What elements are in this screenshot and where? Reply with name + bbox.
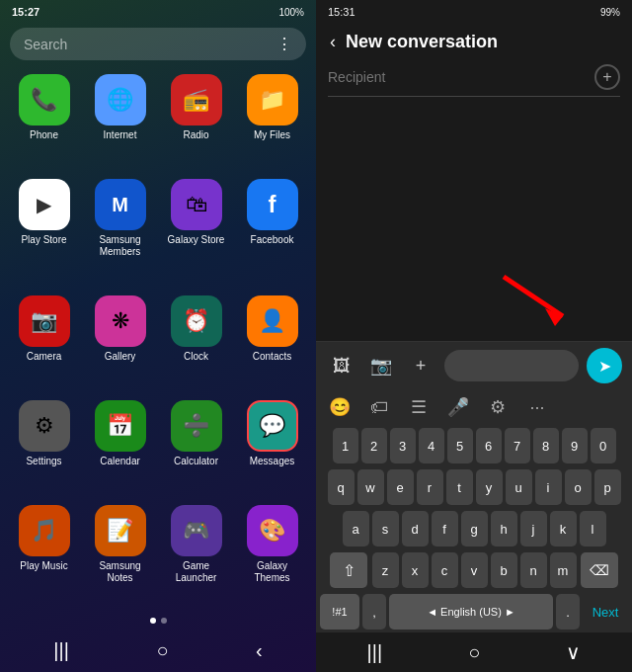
attach-image-button[interactable]: 🖼	[326, 350, 357, 381]
key-k[interactable]: k	[550, 511, 577, 546]
app-label-gallery: Gallery	[105, 351, 136, 363]
key-m[interactable]: m	[550, 552, 577, 588]
app-label-contacts: Contacts	[253, 351, 291, 363]
app-item-internet[interactable]: 🌐Internet	[84, 68, 156, 169]
key-r[interactable]: r	[417, 469, 443, 505]
more-options-button[interactable]: ···	[523, 393, 551, 421]
key-a[interactable]: a	[343, 511, 369, 546]
back-button[interactable]: ‹	[330, 32, 336, 52]
right-nav-home[interactable]: ○	[468, 641, 480, 664]
app-label-play-music: Play Music	[20, 560, 67, 572]
key-v[interactable]: v	[461, 552, 488, 588]
app-item-gallery[interactable]: ❋Gallery	[84, 290, 156, 390]
key-p[interactable]: p	[594, 469, 621, 505]
key-2[interactable]: 2	[361, 428, 387, 463]
right-panel: 15:31 99% ‹ New conversation + 🖼 📷 + ➤ 😊…	[316, 0, 632, 672]
key-j[interactable]: j	[520, 511, 547, 546]
key-d[interactable]: d	[402, 511, 429, 546]
zxcv-row: ⇧ zxcvbnm ⌫	[316, 549, 632, 591]
key-t[interactable]: t	[446, 469, 473, 505]
app-item-myfiles[interactable]: 📁My Files	[236, 68, 308, 169]
key-x[interactable]: x	[402, 552, 429, 588]
key-9[interactable]: 9	[562, 428, 588, 463]
key-z[interactable]: z	[372, 552, 399, 588]
nav-home[interactable]: ○	[156, 639, 168, 662]
key-h[interactable]: h	[491, 511, 517, 546]
key-b[interactable]: b	[491, 552, 517, 588]
key-q[interactable]: q	[328, 469, 355, 505]
key-3[interactable]: 3	[390, 428, 416, 463]
search-bar[interactable]: Search ⋮	[10, 28, 306, 60]
app-item-samsung-members[interactable]: MSamsung Members	[84, 173, 156, 286]
app-item-contacts[interactable]: 👤Contacts	[236, 290, 308, 390]
key-w[interactable]: w	[357, 469, 384, 505]
app-item-calculator[interactable]: ➗Calculator	[160, 394, 232, 495]
sym-key[interactable]: !#1	[320, 594, 359, 630]
app-item-messages[interactable]: 💬Messages	[236, 394, 308, 495]
app-item-galaxy-store[interactable]: 🛍Galaxy Store	[160, 173, 232, 286]
nav-back[interactable]: ‹	[256, 639, 263, 662]
right-nav-back[interactable]: ∨	[566, 640, 581, 664]
key-n[interactable]: n	[520, 552, 547, 588]
app-item-galaxy-themes[interactable]: 🎨Galaxy Themes	[236, 499, 308, 612]
app-item-settings[interactable]: ⚙Settings	[8, 394, 80, 495]
nav-recent-apps[interactable]: |||	[53, 639, 69, 662]
app-item-clock[interactable]: ⏰Clock	[160, 290, 232, 390]
key-f[interactable]: f	[432, 511, 458, 546]
key-s[interactable]: s	[372, 511, 399, 546]
list-button[interactable]: ☰	[405, 393, 433, 421]
key-c[interactable]: c	[432, 552, 458, 588]
app-item-camera[interactable]: 📷Camera	[8, 290, 80, 390]
app-item-playstore[interactable]: ▶Play Store	[8, 173, 80, 286]
key-4[interactable]: 4	[419, 428, 444, 463]
right-nav-recent[interactable]: |||	[367, 641, 383, 664]
key-5[interactable]: 5	[447, 428, 473, 463]
add-more-button[interactable]: +	[405, 350, 436, 381]
shift-key[interactable]: ⇧	[330, 552, 367, 588]
key-0[interactable]: 0	[591, 428, 616, 463]
app-label-playstore: Play Store	[21, 234, 66, 246]
app-icon-clock: ⏰	[171, 295, 222, 347]
camera-button[interactable]: 📷	[365, 350, 397, 381]
key-i[interactable]: i	[535, 469, 562, 505]
add-recipient-button[interactable]: +	[594, 64, 620, 90]
app-item-phone[interactable]: 📞Phone	[8, 68, 80, 169]
period-key[interactable]: .	[556, 594, 580, 630]
key-u[interactable]: u	[506, 469, 532, 505]
emoji-button[interactable]: 😊	[326, 393, 354, 421]
key-o[interactable]: o	[565, 469, 592, 505]
sticker-button[interactable]: 🏷	[365, 393, 393, 421]
key-l[interactable]: l	[580, 511, 606, 546]
app-item-radio[interactable]: 📻Radio	[160, 68, 232, 169]
search-menu-icon[interactable]: ⋮	[276, 35, 292, 53]
send-button[interactable]: ➤	[587, 348, 622, 383]
key-8[interactable]: 8	[533, 428, 559, 463]
space-key[interactable]: ◄ English (US) ►	[389, 594, 553, 630]
recipient-input[interactable]	[328, 65, 594, 89]
next-key[interactable]: Next	[583, 594, 628, 630]
app-item-calendar[interactable]: 📅Calendar	[84, 394, 156, 495]
app-icon-galaxy-themes: 🎨	[247, 505, 298, 556]
app-icon-settings: ⚙	[19, 400, 70, 452]
app-item-samsung-notes[interactable]: 📝Samsung Notes	[84, 499, 156, 612]
backspace-key[interactable]: ⌫	[581, 552, 618, 588]
key-e[interactable]: e	[387, 469, 414, 505]
gear-settings-button[interactable]: ⚙	[484, 393, 512, 421]
key-y[interactable]: y	[476, 469, 503, 505]
message-text-input[interactable]	[444, 350, 579, 381]
key-g[interactable]: g	[461, 511, 488, 546]
app-item-facebook[interactable]: fFacebook	[236, 173, 308, 286]
dot-1	[150, 618, 156, 624]
mic-button[interactable]: 🎤	[444, 393, 472, 421]
app-icon-samsung-notes: 📝	[95, 505, 146, 556]
app-icon-internet: 🌐	[95, 74, 146, 126]
app-icon-samsung-members: M	[95, 179, 146, 230]
app-label-galaxy-store: Galaxy Store	[168, 234, 225, 246]
key-1[interactable]: 1	[333, 428, 358, 463]
recipient-bar[interactable]: +	[328, 64, 620, 97]
key-7[interactable]: 7	[505, 428, 530, 463]
comma-key[interactable]: ,	[362, 594, 386, 630]
key-6[interactable]: 6	[476, 428, 502, 463]
app-item-play-music[interactable]: 🎵Play Music	[8, 499, 80, 612]
app-item-game-launcher[interactable]: 🎮Game Launcher	[160, 499, 232, 612]
